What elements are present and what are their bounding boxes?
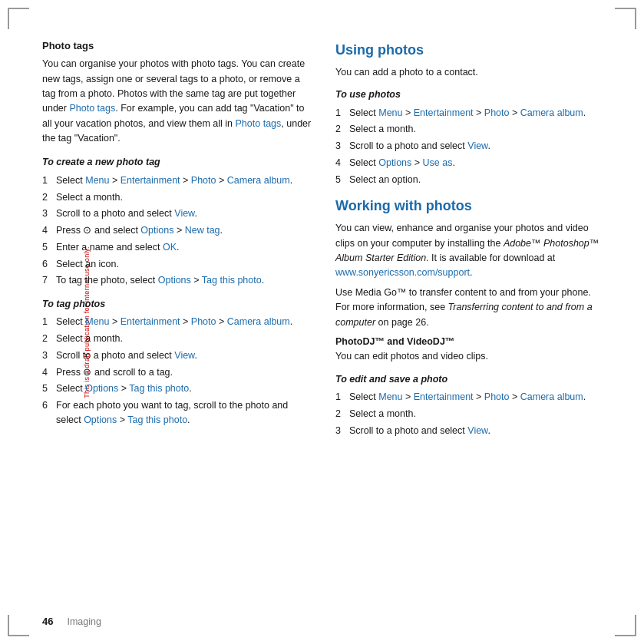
menu-link[interactable]: Menu — [378, 391, 402, 402]
options-link[interactable]: Options — [84, 414, 117, 425]
options-link[interactable]: Options — [85, 383, 118, 394]
view-link[interactable]: View — [467, 140, 487, 151]
list-content: Select Menu > Entertainment > Photo > Ca… — [349, 390, 606, 405]
view-link[interactable]: View — [174, 350, 194, 361]
tag-this-photo-link[interactable]: Tag this photo — [202, 275, 262, 286]
photo-tags-section: Photo tags You can organise your photos … — [42, 38, 312, 146]
working-photos-section: Working with photos You can view, enhanc… — [335, 196, 606, 438]
working-photos-intro: You can view, enhance and organise your … — [335, 221, 606, 281]
list-content: For each photo you want to tag, scroll t… — [56, 398, 312, 428]
entertainment-link[interactable]: Entertainment — [121, 175, 180, 186]
list-item: 4 Select Options > Use as. — [335, 156, 606, 170]
list-num: 1 — [335, 106, 349, 121]
photo-link[interactable]: Photo — [484, 391, 510, 402]
list-num: 2 — [42, 332, 56, 346]
entertainment-link[interactable]: Entertainment — [414, 107, 474, 118]
list-content: Scroll to a photo and select View. — [56, 206, 312, 221]
page-number: 46 — [42, 616, 53, 627]
options-link[interactable]: Options — [378, 157, 411, 168]
photo-tags-link2[interactable]: Photo tags — [236, 118, 282, 129]
list-content: Select a month. — [349, 122, 606, 137]
create-tag-heading: To create a new photo tag — [42, 155, 312, 170]
list-num: 4 — [335, 156, 349, 170]
list-content: Select Menu > Entertainment > Photo > Ca… — [56, 315, 312, 329]
new-tag-link[interactable]: New tag — [185, 225, 220, 236]
menu-link[interactable]: Menu — [85, 175, 109, 186]
list-content: Select Menu > Entertainment > Photo > Ca… — [56, 173, 312, 188]
photodj-text: You can edit photos and video clips. — [335, 351, 488, 362]
list-num: 2 — [335, 407, 349, 421]
list-content: Press ⊙ and select Options > New tag. — [56, 223, 312, 238]
view-link[interactable]: View — [467, 425, 487, 436]
list-item: 5 Select Options > Tag this photo. — [42, 381, 312, 396]
camera-album-link[interactable]: Camera album — [520, 107, 583, 118]
edit-save-subheading: To edit and save a photo — [335, 372, 606, 387]
list-item: 2 Select a month. — [335, 122, 606, 137]
photo-tags-title: Photo tags — [42, 38, 312, 54]
photo-link[interactable]: Photo — [484, 107, 510, 118]
photo-tags-link1[interactable]: Photo tags — [69, 103, 115, 114]
view-link[interactable]: View — [174, 208, 194, 219]
use-photos-subheading: To use photos — [335, 88, 606, 102]
list-item: 3 Scroll to a photo and select View. — [42, 206, 312, 221]
media-go-para: Use Media Go™ to transfer content to and… — [335, 286, 606, 330]
menu-link[interactable]: Menu — [85, 316, 109, 327]
list-num: 5 — [42, 381, 56, 396]
menu-link[interactable]: Menu — [378, 107, 402, 118]
options-link[interactable]: Options — [140, 225, 173, 236]
list-content: Select Menu > Entertainment > Photo > Ca… — [349, 106, 606, 121]
list-num: 3 — [42, 206, 56, 221]
list-content: Select a month. — [349, 407, 606, 421]
camera-album-link[interactable]: Camera album — [227, 175, 290, 186]
list-content: Select an icon. — [56, 257, 312, 272]
list-item: 6 Select an icon. — [42, 257, 312, 272]
list-item: 5 Enter a name and select OK. — [42, 240, 312, 255]
list-num: 6 — [42, 257, 56, 272]
list-item: 1 Select Menu > Entertainment > Photo > … — [335, 106, 606, 121]
working-intro3: . — [470, 267, 472, 278]
use-photos-list: 1 Select Menu > Entertainment > Photo > … — [335, 106, 606, 187]
create-tag-list: 1 Select Menu > Entertainment > Photo > … — [42, 173, 312, 288]
using-photos-heading: Using photos — [335, 40, 606, 61]
entertainment-link[interactable]: Entertainment — [414, 391, 474, 402]
list-item: 1 Select Menu > Entertainment > Photo > … — [42, 173, 312, 188]
list-num: 6 — [42, 398, 56, 413]
photodj-subheading: PhotoDJ™ and VideoDJ™ You can edit photo… — [335, 335, 606, 365]
camera-album-link[interactable]: Camera album — [520, 391, 583, 402]
list-content: Scroll to a photo and select View. — [349, 139, 606, 154]
left-column: Photo tags You can organise your photos … — [42, 38, 312, 598]
list-item: 3 Scroll to a photo and select View. — [335, 424, 606, 438]
list-content: Scroll to a photo and select View. — [349, 424, 606, 438]
list-item: 3 Scroll to a photo and select View. — [42, 348, 312, 363]
working-intro2: . It is available for download at — [426, 253, 555, 263]
corner-mark-tr — [615, 8, 636, 29]
ok-link[interactable]: OK — [163, 242, 177, 253]
options-link[interactable]: Options — [158, 275, 191, 286]
camera-album-link[interactable]: Camera album — [227, 316, 290, 327]
photo-link[interactable]: Photo — [191, 175, 216, 186]
entertainment-link[interactable]: Entertainment — [121, 316, 180, 327]
list-content: Select Options > Use as. — [349, 156, 606, 170]
photodj-heading-text: PhotoDJ™ and VideoDJ™ — [335, 336, 454, 347]
list-num: 1 — [42, 315, 56, 329]
list-num: 7 — [42, 273, 56, 288]
list-content: Select Options > Tag this photo. — [56, 381, 312, 396]
tag-this-photo-link[interactable]: Tag this photo — [127, 414, 187, 425]
corner-mark-tl — [8, 8, 29, 29]
list-content: Press ⊙ and scroll to a tag. — [56, 365, 312, 380]
list-num: 2 — [42, 190, 56, 205]
content-area: Photo tags You can organise your photos … — [42, 38, 606, 598]
photo-link[interactable]: Photo — [191, 316, 216, 327]
list-item: 3 Scroll to a photo and select View. — [335, 139, 606, 154]
list-num: 1 — [335, 390, 349, 405]
footer-section-label: Imaging — [67, 616, 101, 627]
list-content: Enter a name and select OK. — [56, 240, 312, 255]
corner-mark-bl — [8, 615, 29, 636]
list-item: 5 Select an option. — [335, 173, 606, 187]
use-as-link[interactable]: Use as — [423, 157, 453, 168]
tag-this-photo-link[interactable]: Tag this photo — [129, 383, 189, 394]
sonyericsson-link[interactable]: www.sonyericsson.com/support — [335, 267, 470, 278]
list-num: 2 — [335, 122, 349, 137]
list-num: 3 — [42, 348, 56, 363]
media-go-text2: on page 26. — [375, 317, 429, 328]
